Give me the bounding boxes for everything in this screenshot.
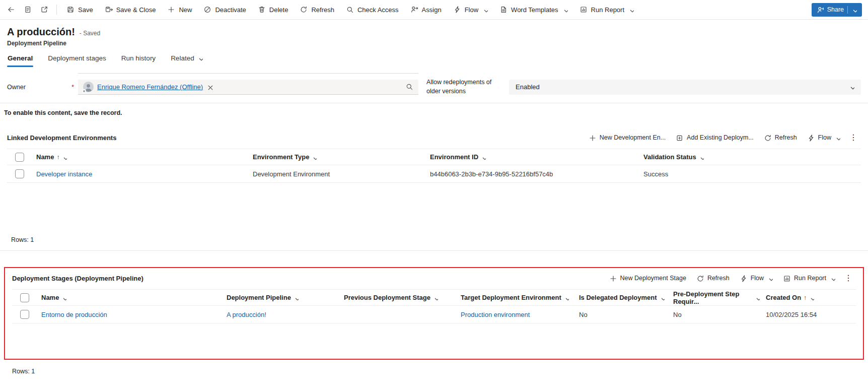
environment-name-link[interactable]: Developer instance	[30, 170, 247, 178]
deactivate-button[interactable]: Deactivate	[198, 2, 251, 17]
grid1-row-count: Rows: 1	[7, 229, 861, 250]
validation-status-cell: Success	[637, 170, 861, 178]
save-status: - Saved	[80, 30, 100, 37]
required-indicator: *	[71, 83, 74, 91]
sort-ascending-icon: ↑	[804, 294, 807, 301]
grid1-column-environment-id[interactable]: Environment ID	[424, 153, 637, 161]
flow-button[interactable]: Flow	[448, 2, 493, 17]
refresh-button[interactable]: Refresh	[294, 2, 340, 17]
popout-button[interactable]	[36, 2, 52, 17]
tab-general[interactable]: General	[7, 54, 33, 67]
check-access-button[interactable]: Check Access	[340, 2, 404, 17]
assign-button[interactable]: Assign	[405, 2, 447, 17]
row-checkbox[interactable]	[15, 169, 24, 178]
redeploy-field-label: Allow redeployments of older versions	[426, 78, 503, 96]
deployment-stages-table: Name Deployment Pipeline Previous Deploy…	[12, 289, 856, 359]
grid2-header-bar: Deployment Stages (Deployment Pipeline) …	[12, 272, 856, 284]
owner-field-row: Owner * Enrique Romero Fernández (Offlin…	[0, 72, 868, 103]
app-window: Save Save & Close New Deactivate Delete …	[0, 0, 868, 392]
owner-lookup[interactable]: Enrique Romero Fernández (Offline)	[78, 80, 418, 95]
linked-environments-section: Linked Development Environments New Deve…	[0, 122, 868, 251]
grid1-column-environment-type[interactable]: Environment Type	[247, 153, 424, 161]
save-close-label: Save & Close	[116, 6, 156, 14]
save-and-close-button[interactable]: Save & Close	[99, 2, 162, 17]
redeploy-combobox[interactable]: Enabled	[509, 80, 861, 95]
add-existing-icon	[676, 134, 683, 142]
sort-ascending-icon: ↑	[56, 154, 59, 161]
grid2-column-headers: Name Deployment Pipeline Previous Deploy…	[12, 289, 856, 306]
table-row[interactable]: Developer instance Development Environme…	[7, 165, 861, 183]
delete-label: Delete	[269, 6, 288, 14]
grid2-column-is-delegated[interactable]: Is Delegated Deployment	[573, 294, 667, 301]
grid2-column-previous-stage[interactable]: Previous Deployment Stage	[338, 294, 455, 301]
chevron-down-icon	[482, 7, 488, 13]
grid2-row-count: Rows: 1	[12, 368, 868, 375]
grid1-empty-space	[7, 183, 861, 229]
grid2-column-deployment-pipeline[interactable]: Deployment Pipeline	[221, 294, 338, 301]
back-button[interactable]	[3, 2, 19, 17]
environment-id-cell: b44b6063-2b3b-e734-9b95-52216bf57c4b	[424, 170, 637, 178]
share-button[interactable]: Share	[812, 3, 862, 17]
new-deployment-stage-button[interactable]: New Deployment Stage	[605, 273, 691, 284]
grid1-more-commands-icon[interactable]: ⋮	[846, 132, 861, 143]
chevron-down-icon	[851, 7, 857, 13]
owner-field-label: Owner	[7, 84, 70, 91]
col-label: Target Deployment Environment	[461, 294, 561, 301]
tab-deployment-stages[interactable]: Deployment stages	[47, 54, 107, 67]
target-environment-link[interactable]: Production environment	[455, 311, 573, 318]
grid2-column-predeployment-step[interactable]: Pre-Deployment Step Requir...	[667, 290, 760, 305]
check-access-label: Check Access	[357, 6, 399, 14]
grid2-column-target-environment[interactable]: Target Deployment Environment	[455, 294, 573, 301]
chevron-down-icon	[197, 55, 203, 61]
remove-owner-icon[interactable]	[206, 84, 213, 90]
tab-related-label: Related	[171, 54, 194, 62]
trash-icon	[258, 6, 266, 14]
tab-general-label: General	[8, 54, 33, 62]
grid2-title: Deployment Stages (Deployment Pipeline)	[12, 275, 143, 282]
save-button[interactable]: Save	[61, 2, 99, 17]
grid2-flow-button[interactable]: Flow	[735, 273, 777, 284]
new-development-environment-button[interactable]: New Development En...	[584, 132, 670, 144]
grid1-flow-button[interactable]: Flow	[803, 132, 845, 144]
offline-presence-dot	[82, 89, 86, 93]
grid2-flow-label: Flow	[751, 275, 764, 282]
run-report-button[interactable]: Run Report	[574, 2, 639, 17]
row-checkbox[interactable]	[20, 310, 29, 319]
grid1-column-name[interactable]: Name↑	[30, 153, 247, 161]
popout-icon	[40, 6, 48, 14]
grid1-refresh-label: Refresh	[775, 134, 797, 141]
pipeline-link[interactable]: A producción!	[221, 311, 338, 318]
grid2-run-report-button[interactable]: Run Report	[778, 273, 840, 284]
tab-deployment-stages-label: Deployment stages	[48, 54, 106, 62]
grid1-column-validation-status[interactable]: Validation Status	[637, 153, 861, 161]
add-existing-button[interactable]: Add Existing Deploym...	[671, 132, 758, 144]
command-divider	[56, 5, 57, 15]
plus-icon	[589, 134, 596, 142]
chevron-down-icon	[835, 135, 840, 141]
grid2-refresh-button[interactable]: Refresh	[692, 273, 734, 284]
chevron-down-icon	[481, 155, 486, 160]
tab-run-history[interactable]: Run history	[121, 54, 156, 67]
grid2-column-created-on[interactable]: Created On↑	[760, 294, 856, 301]
grid2-column-name[interactable]: Name	[35, 294, 221, 301]
lookup-search-icon[interactable]	[405, 83, 413, 91]
refresh-icon	[300, 6, 308, 14]
deployment-stages-section: Deployment Stages (Deployment Pipeline) …	[5, 268, 863, 359]
is-delegated-cell: No	[573, 311, 667, 318]
grid1-select-all-checkbox[interactable]	[15, 153, 24, 162]
grid2-more-commands-icon[interactable]: ⋮	[841, 273, 856, 284]
table-row[interactable]: Entorno de producción A producción! Prod…	[12, 306, 856, 323]
record-list-button[interactable]	[20, 2, 36, 17]
share-label: Share	[827, 6, 844, 13]
new-button[interactable]: New	[162, 2, 197, 17]
grid1-refresh-button[interactable]: Refresh	[759, 132, 802, 144]
delete-button[interactable]: Delete	[252, 2, 294, 17]
tab-related[interactable]: Related	[170, 54, 203, 67]
word-templates-button[interactable]: Word Templates	[494, 2, 573, 17]
stage-name-link[interactable]: Entorno de producción	[35, 311, 221, 318]
grid1-flow-label: Flow	[818, 134, 831, 141]
grid2-select-all-checkbox[interactable]	[20, 293, 29, 302]
new-dev-env-label: New Development En...	[600, 134, 666, 141]
magnifier-icon	[346, 6, 354, 14]
owner-record-link[interactable]: Enrique Romero Fernández (Offline)	[97, 83, 203, 91]
